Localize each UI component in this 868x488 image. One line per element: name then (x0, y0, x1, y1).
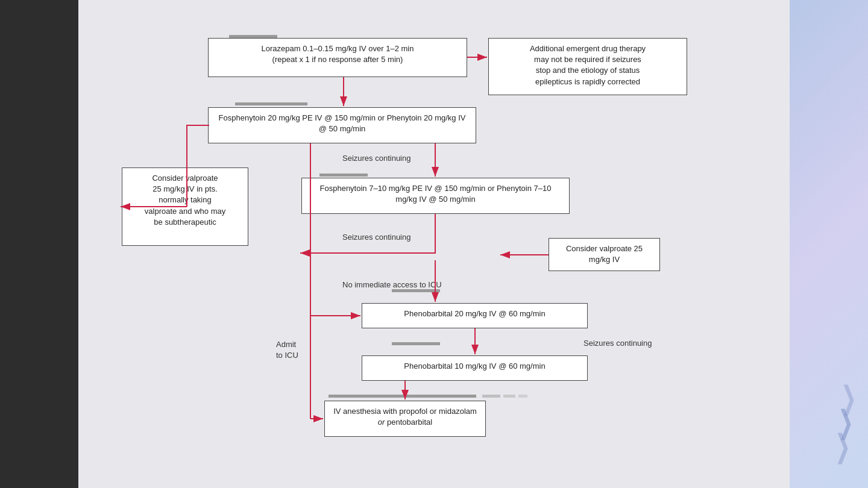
diagram: Lorazepam 0.1–0.15 mg/kg IV over 1–2 min… (90, 12, 778, 476)
chevron-icon-3: ❯ (841, 380, 857, 416)
gray-bar-5 (392, 342, 440, 345)
consider-valproate-left-box: Consider valproate 25 mg/kg IV in pts. n… (122, 167, 248, 246)
fosphenytoin2-box: Fosphenytoin 7–10 mg/kg PE IV @ 150 mg/m… (301, 178, 570, 214)
phenobarbital1-box: Phenobarbital 20 mg/kg IV @ 60 mg/min (362, 303, 588, 328)
phenobarbital2-box: Phenobarbital 10 mg/kg IV @ 60 mg/min (362, 355, 588, 381)
gray-bar-6 (329, 395, 476, 398)
admit-icu-label: Admit to ICU (276, 339, 298, 361)
gray-bar-9 (518, 395, 527, 398)
consider-valproate-right-box: Consider valproate 25 mg/kg IV (549, 238, 660, 271)
gray-bar-4 (392, 289, 440, 292)
fosphenytoin1-box: Fosphenytoin 20 mg/kg PE IV @ 150 mg/min… (208, 107, 476, 143)
additional-box: Additional emergent drug therapy may not… (488, 38, 687, 95)
right-sidebar: ❯ ❯ ❯ (790, 0, 868, 488)
seizures-continuing-label-3: Seizures continuing (583, 339, 652, 348)
lorazepam-box: Lorazepam 0.1–0.15 mg/kg IV over 1–2 min… (208, 38, 467, 77)
chevron-icon-2: ❯ (835, 428, 851, 464)
gray-bar-3 (319, 174, 368, 177)
gray-bar-2 (235, 102, 307, 105)
seizures-continuing-label-2: Seizures continuing (342, 233, 410, 242)
seizures-continuing-label-1: Seizures continuing (342, 154, 410, 163)
no-icu-label: No immediate access to ICU (342, 280, 442, 289)
main-content: Lorazepam 0.1–0.15 mg/kg IV over 1–2 min… (78, 0, 790, 488)
gray-bar-8 (503, 395, 515, 398)
gray-bar-7 (482, 395, 500, 398)
left-sidebar (0, 0, 78, 488)
iv-anesthesia-box: IV anesthesia with propofol or midazolam… (324, 401, 486, 437)
